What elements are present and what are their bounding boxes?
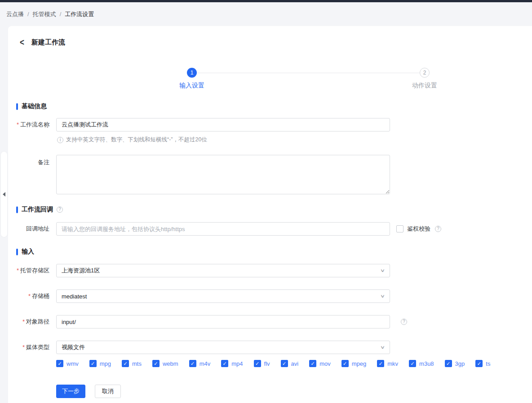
- media-format-mov[interactable]: ✓mov: [309, 360, 331, 367]
- media-format-label: mpg: [100, 360, 111, 367]
- media-format-3gp[interactable]: ✓3gp: [445, 360, 465, 367]
- workflow-name-input[interactable]: [56, 118, 390, 131]
- media-format-label: webm: [163, 360, 178, 367]
- media-format-mts[interactable]: ✓mts: [122, 360, 142, 367]
- checkbox-checked-icon: ✓: [254, 360, 261, 367]
- section-title: 工作流回调: [22, 206, 53, 214]
- next-step-button[interactable]: 下一步: [56, 385, 85, 398]
- main-panel: < 新建工作流 1 输入设置 2 动作设置 基础信息 *工作流名称 i 支持中英…: [8, 26, 532, 403]
- required-marker: *: [22, 318, 25, 325]
- media-format-mkv[interactable]: ✓mkv: [377, 360, 398, 367]
- workflow-name-row: *工作流名称: [8, 118, 390, 131]
- action-buttons: 下一步 取消: [56, 385, 121, 398]
- section-accent-bar: [16, 206, 18, 213]
- auth-check-checkbox[interactable]: [396, 225, 403, 232]
- breadcrumb-separator: /: [27, 11, 29, 18]
- media-format-m3u8[interactable]: ✓m3u8: [409, 360, 434, 367]
- media-format-label: flv: [264, 360, 270, 367]
- media-format-m4v[interactable]: ✓m4v: [189, 360, 211, 367]
- object-path-input[interactable]: [56, 315, 390, 329]
- help-icon[interactable]: ?: [435, 226, 441, 232]
- media-format-flv[interactable]: ✓flv: [254, 360, 270, 367]
- info-icon: i: [57, 137, 63, 143]
- checkbox-checked-icon: ✓: [221, 360, 228, 367]
- checkbox-checked-icon: ✓: [341, 360, 349, 367]
- object-path-help: ?: [396, 319, 407, 325]
- chevron-down-icon: ∨: [380, 293, 385, 298]
- checkbox-checked-icon: ✓: [475, 360, 483, 367]
- bucket-value: mediatest: [62, 293, 87, 300]
- breadcrumb-separator: /: [60, 11, 62, 18]
- required-marker: *: [17, 121, 19, 128]
- help-icon[interactable]: ?: [57, 206, 63, 213]
- media-format-label: wmv: [66, 360, 79, 367]
- remark-textarea[interactable]: [56, 155, 390, 194]
- back-icon[interactable]: <: [20, 38, 24, 47]
- checkbox-checked-icon: ✓: [122, 360, 129, 367]
- storage-region-label: *托管存储区: [8, 267, 49, 275]
- storage-region-select[interactable]: 上海资源池1区 ∨: [56, 264, 390, 277]
- media-format-ts[interactable]: ✓ts: [475, 360, 490, 367]
- section-basic-info: 基础信息: [16, 102, 47, 110]
- breadcrumb-item-hosting-mode[interactable]: 托管模式: [33, 10, 56, 18]
- media-format-avi[interactable]: ✓avi: [281, 360, 299, 367]
- checkbox-checked-icon: ✓: [409, 360, 416, 367]
- breadcrumb-item-vod[interactable]: 云点播: [6, 10, 24, 18]
- media-format-label: mp4: [231, 360, 243, 367]
- help-icon[interactable]: ?: [401, 319, 407, 325]
- stepper-connector-line: [197, 73, 420, 73]
- bucket-select[interactable]: mediatest ∨: [56, 289, 390, 303]
- media-format-label: m3u8: [419, 360, 434, 367]
- breadcrumb: 云点播 / 托管模式 / 工作流设置: [0, 2, 532, 26]
- object-path-row: *对象路径 ?: [8, 315, 407, 329]
- checkbox-checked-icon: ✓: [152, 360, 160, 367]
- bucket-label: *存储桶: [8, 292, 49, 300]
- callback-url-label: 回调地址: [8, 225, 49, 233]
- hint-text: 支持中英文字符、数字、下划线和短横线“-”，不超过20位: [66, 136, 207, 144]
- media-type-value: 视频文件: [62, 343, 85, 351]
- breadcrumb-item-workflow-settings: 工作流设置: [65, 10, 94, 18]
- required-marker: *: [17, 267, 19, 274]
- media-format-webm[interactable]: ✓webm: [152, 360, 178, 367]
- section-title: 基础信息: [22, 102, 47, 110]
- left-gutter: [0, 26, 8, 403]
- step-2-label: 动作设置: [380, 82, 470, 90]
- callback-url-row: 回调地址 鉴权校验 ?: [8, 222, 441, 236]
- media-format-label: mov: [319, 360, 331, 367]
- cancel-button[interactable]: 取消: [95, 385, 121, 398]
- chevron-down-icon: ∨: [380, 345, 385, 350]
- page-title: 新建工作流: [31, 38, 65, 47]
- media-type-label: *媒体类型: [8, 343, 49, 351]
- media-format-label: avi: [291, 360, 299, 367]
- required-marker: *: [28, 293, 31, 299]
- media-format-mpg[interactable]: ✓mpg: [89, 360, 111, 367]
- checkbox-checked-icon: ✓: [445, 360, 452, 367]
- media-format-mp4[interactable]: ✓mp4: [221, 360, 243, 367]
- section-title: 输入: [22, 248, 34, 256]
- sidebar-collapse-handle[interactable]: [1, 152, 7, 237]
- storage-region-value: 上海资源池1区: [62, 267, 100, 275]
- chevron-down-icon: ∨: [380, 268, 385, 273]
- checkbox-checked-icon: ✓: [56, 360, 63, 367]
- step-2-circle: 2: [420, 68, 430, 78]
- checkbox-checked-icon: ✓: [309, 360, 316, 367]
- media-format-label: m4v: [200, 360, 211, 367]
- media-type-row: *媒体类型 视频文件 ∨: [8, 341, 390, 354]
- checkbox-checked-icon: ✓: [189, 360, 196, 367]
- checkbox-checked-icon: ✓: [377, 360, 384, 367]
- media-format-label: mkv: [387, 360, 398, 367]
- media-format-mpeg[interactable]: ✓mpeg: [341, 360, 367, 367]
- media-format-label: mts: [132, 360, 142, 367]
- step-1-label: 输入设置: [147, 82, 237, 90]
- callback-url-input[interactable]: [56, 222, 390, 236]
- media-format-wmv[interactable]: ✓wmv: [56, 360, 79, 367]
- section-accent-bar: [16, 249, 18, 255]
- section-accent-bar: [16, 103, 18, 110]
- storage-region-row: *托管存储区 上海资源池1区 ∨: [8, 264, 390, 277]
- media-format-label: ts: [486, 360, 490, 367]
- media-type-select[interactable]: 视频文件 ∨: [56, 341, 390, 354]
- section-workflow-callback: 工作流回调 ?: [16, 206, 63, 214]
- required-marker: *: [22, 344, 25, 350]
- remark-row: 备注: [8, 155, 390, 194]
- remark-label: 备注: [8, 158, 49, 166]
